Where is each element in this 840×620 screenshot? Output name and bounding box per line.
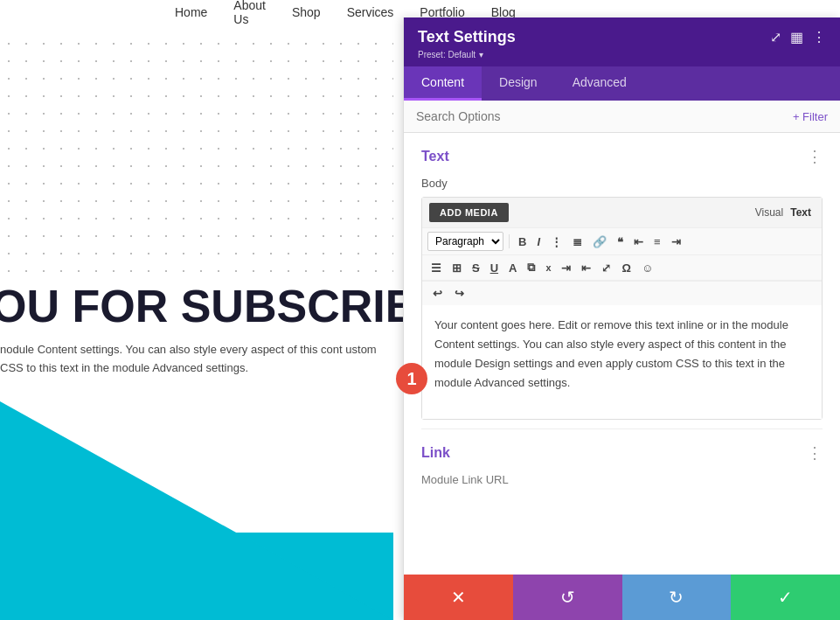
ordered-list-button[interactable]: ≣ <box>569 233 586 250</box>
panel-header-top: Text Settings ⤢ ▦ ⋮ <box>418 28 826 46</box>
panel-title: Text Settings <box>418 28 516 46</box>
text-mode-button[interactable]: Text <box>787 205 815 220</box>
preset-label[interactable]: Preset: Default ▾ <box>418 50 826 59</box>
editor-toolbar: ADD MEDIA Visual Text Paragraph B I ⋮ ≣ … <box>421 197 823 420</box>
superscript-button[interactable]: x <box>542 261 554 275</box>
cancel-icon: ✕ <box>451 587 466 608</box>
indent-button[interactable]: ⇥ <box>558 260 574 276</box>
dotted-background <box>0 35 393 280</box>
link-section-header: Link ⋮ <box>421 443 823 463</box>
link-section-more-icon[interactable]: ⋮ <box>807 443 823 463</box>
preset-text: Preset: Default <box>418 50 476 59</box>
body-field-label: Body <box>421 177 823 190</box>
step-badge: 1 <box>396 363 427 394</box>
text-section-header: Text ⋮ <box>421 147 823 166</box>
save-button[interactable]: ✓ <box>731 575 840 620</box>
bold-button[interactable]: B <box>515 233 530 250</box>
nav-shop[interactable]: Shop <box>292 5 321 19</box>
toolbar-row-1: Paragraph B I ⋮ ≣ 🔗 ❝ ⇤ ≡ ⇥ <box>422 228 822 255</box>
special-char-button[interactable]: Ω <box>618 260 634 276</box>
tab-advanced[interactable]: Advanced <box>555 66 644 101</box>
panel-tabs: Content Design Advanced <box>404 66 840 101</box>
link-button[interactable]: 🔗 <box>589 233 610 250</box>
undo-bottom-button[interactable]: ↺ <box>513 575 622 620</box>
align-justify-button[interactable]: ☰ <box>427 260 445 276</box>
add-media-row: ADD MEDIA Visual Text <box>422 198 822 228</box>
panel-header-icons: ⤢ ▦ ⋮ <box>770 29 826 45</box>
save-icon: ✓ <box>778 587 793 608</box>
redo-bottom-button[interactable]: ↻ <box>622 575 732 620</box>
preset-arrow-icon: ▾ <box>479 50 483 59</box>
toolbar-row-2: ☰ ⊞ S U A ⧉ x ⇥ ⇤ ⤢ Ω ☺ <box>422 255 822 281</box>
settings-panel: Text Settings ⤢ ▦ ⋮ Preset: Default ▾ Co… <box>403 17 840 620</box>
table-button[interactable]: ⊞ <box>448 260 465 276</box>
panel-header: Text Settings ⤢ ▦ ⋮ Preset: Default ▾ <box>404 17 840 66</box>
text-section: Text ⋮ Body ADD MEDIA Visual Text Paragr… <box>404 133 840 428</box>
unordered-list-button[interactable]: ⋮ <box>547 233 566 250</box>
nav-bar: Home About Us Shop Services Portfolio Bl… <box>0 0 393 24</box>
cancel-button[interactable]: ✕ <box>404 575 513 620</box>
editor-content: Your content goes here. Edit or remove t… <box>434 316 809 393</box>
strikethrough-button[interactable]: S <box>469 260 483 276</box>
undo-button[interactable]: ↩ <box>429 285 446 302</box>
text-section-title: Text <box>421 149 449 164</box>
nav-services[interactable]: Services <box>347 5 394 19</box>
more-options-icon[interactable]: ⋮ <box>812 29 826 45</box>
align-center-button[interactable]: ≡ <box>650 233 664 250</box>
module-link-url-label: Module Link URL <box>421 473 823 486</box>
underline-button[interactable]: U <box>487 260 502 276</box>
tab-content[interactable]: Content <box>404 66 482 101</box>
undo-redo-row: ↩ ↪ <box>422 281 822 305</box>
link-section: Link ⋮ Module Link URL <box>404 429 840 495</box>
font-color-button[interactable]: A <box>505 260 520 276</box>
editor-area[interactable]: Your content goes here. Edit or remove t… <box>422 305 822 419</box>
bottom-bar: ✕ ↺ ↻ ✓ <box>404 575 840 620</box>
outdent-button[interactable]: ⇤ <box>578 260 594 276</box>
search-bar: + Filter <box>404 101 840 133</box>
italic-button[interactable]: I <box>533 233 544 250</box>
fullscreen-button[interactable]: ⤢ <box>598 260 614 276</box>
search-input[interactable] <box>416 109 793 123</box>
align-left-button[interactable]: ⇤ <box>630 233 647 250</box>
text-section-more-icon[interactable]: ⋮ <box>807 147 823 166</box>
link-section-title: Link <box>421 445 450 461</box>
paragraph-select[interactable]: Paragraph <box>427 232 503 251</box>
columns-icon[interactable]: ▦ <box>790 29 803 45</box>
blockquote-button[interactable]: ❝ <box>614 233 627 250</box>
undo-icon: ↺ <box>560 587 575 608</box>
redo-button[interactable]: ↪ <box>451 285 468 302</box>
tab-design[interactable]: Design <box>482 66 555 101</box>
panel-content: Text ⋮ Body ADD MEDIA Visual Text Paragr… <box>404 133 840 575</box>
resize-icon[interactable]: ⤢ <box>770 29 781 45</box>
emoji-button[interactable]: ☺ <box>638 260 656 276</box>
filter-button[interactable]: + Filter <box>793 110 828 123</box>
nav-home[interactable]: Home <box>175 5 207 19</box>
paste-from-word-button[interactable]: ⧉ <box>524 259 538 276</box>
visual-mode-button[interactable]: Visual <box>752 205 787 220</box>
toolbar-separator <box>509 234 510 248</box>
align-right-button[interactable]: ⇥ <box>668 233 684 250</box>
add-media-button[interactable]: ADD MEDIA <box>429 203 509 222</box>
redo-icon: ↻ <box>669 587 684 608</box>
page-body-text: nodule Content settings. You can also st… <box>0 341 385 378</box>
nav-about[interactable]: About Us <box>233 0 266 26</box>
